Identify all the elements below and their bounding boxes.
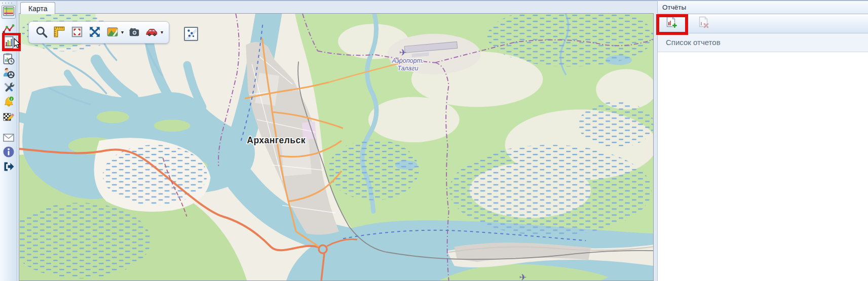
clusters-icon xyxy=(185,28,197,41)
sidebar-button-report-interval[interactable] xyxy=(2,53,16,66)
logout-icon xyxy=(3,160,15,174)
airport-plane-icon: ✈ xyxy=(399,48,407,58)
base-layers-button[interactable] xyxy=(104,24,121,41)
delete-report-icon xyxy=(696,16,710,31)
application-window: i xyxy=(0,0,868,281)
report-clock-icon xyxy=(3,53,15,66)
sidebar-button-tools[interactable] xyxy=(2,81,16,95)
sidebar-button-reports[interactable] xyxy=(2,36,16,50)
reports-chart-icon xyxy=(3,36,15,51)
clusters-button[interactable] xyxy=(184,27,198,41)
sidebar-button-messages[interactable] xyxy=(2,132,16,145)
sidebar-button-geofences[interactable] xyxy=(2,110,16,124)
measure-ruler-button[interactable] xyxy=(51,24,67,41)
traffic-dropdown-caret[interactable]: ▾ xyxy=(161,24,163,41)
envelope-icon xyxy=(3,132,15,145)
track-line-icon xyxy=(3,23,15,36)
window-top-edge xyxy=(0,0,868,1)
monitoring-grid-icon xyxy=(3,6,15,18)
ruler-icon xyxy=(53,25,66,40)
sidebar-button-tracks[interactable] xyxy=(2,23,16,36)
airport-label-line1: Аэропорт. xyxy=(391,57,424,64)
fit-extent-icon xyxy=(70,25,84,40)
map-container[interactable]: ✈ ✈ Архангельск Аэропорт. Талаги xyxy=(19,13,654,281)
geofence-pencil-icon xyxy=(3,110,15,124)
reports-panel-title: Отчёты xyxy=(658,1,868,14)
add-report-button[interactable] xyxy=(662,15,680,32)
reports-toolbar xyxy=(658,14,868,33)
fit-extent-button[interactable] xyxy=(69,24,85,41)
south-airfield-plane-icon: ✈ xyxy=(519,272,526,280)
delete-report-button[interactable] xyxy=(695,15,712,32)
tab-map-label: Карта xyxy=(28,5,47,13)
zoom-search-button[interactable] xyxy=(33,24,50,41)
sidebar-grip-handle[interactable] xyxy=(2,3,12,4)
sidebar-button-monitoring[interactable] xyxy=(2,5,16,19)
reports-list-header: Список отчетов xyxy=(658,33,868,52)
sidebar-button-info[interactable] xyxy=(2,146,16,159)
driver-icon xyxy=(3,67,15,81)
car-icon xyxy=(145,25,159,40)
airport-label-line2: Талаги xyxy=(397,65,418,72)
sidebar-button-notifications[interactable]: i xyxy=(2,96,16,109)
info-icon xyxy=(3,146,15,159)
sidebar-button-drivers[interactable] xyxy=(2,67,16,81)
left-sidebar: i xyxy=(0,1,17,281)
pan-mode-button[interactable] xyxy=(87,24,103,41)
tab-map[interactable]: Карта xyxy=(20,2,55,14)
screenshot-button[interactable] xyxy=(126,24,142,41)
notification-bell-icon: i xyxy=(3,96,15,109)
map-layers-icon xyxy=(106,25,119,40)
traffic-button[interactable] xyxy=(144,24,160,41)
map-toolbar: ▾ xyxy=(28,21,169,44)
reports-panel: Отчёты xyxy=(657,1,868,281)
add-report-icon xyxy=(664,16,678,31)
pan-arrows-icon xyxy=(88,25,101,40)
magnifier-icon xyxy=(35,25,48,40)
tools-icon xyxy=(3,81,15,95)
camera-icon xyxy=(128,25,141,40)
map-canvas[interactable]: ✈ ✈ Архангельск Аэропорт. Талаги xyxy=(19,14,653,280)
city-label: Архангельск xyxy=(247,135,306,145)
base-layers-dropdown-caret[interactable]: ▾ xyxy=(121,24,124,41)
sidebar-button-logout[interactable] xyxy=(2,160,16,174)
